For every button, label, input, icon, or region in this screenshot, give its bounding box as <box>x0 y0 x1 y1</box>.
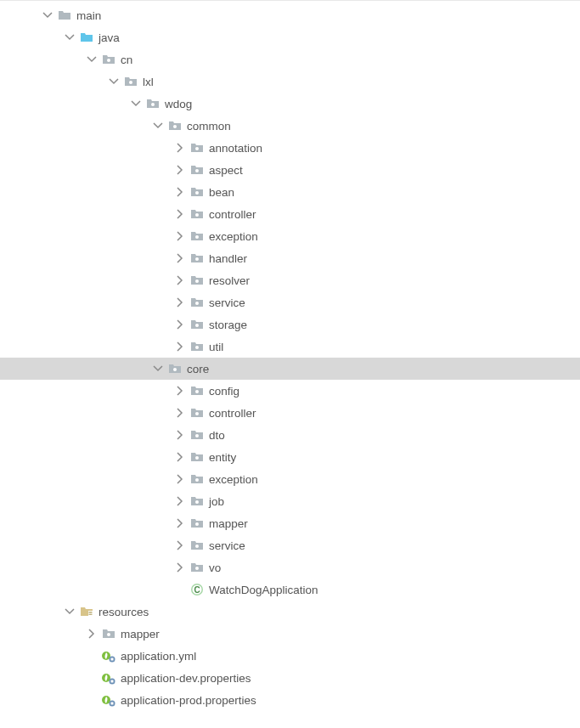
tree-label: config <box>209 385 239 398</box>
chevron-right-icon[interactable] <box>175 562 185 573</box>
chevron-down-icon[interactable] <box>87 54 97 65</box>
tree-item-application-yml[interactable]: application.yml <box>0 645 580 667</box>
tree-item-application-dev[interactable]: application-dev.properties <box>0 667 580 689</box>
chevron-right-icon[interactable] <box>175 209 185 219</box>
chevron-right-icon[interactable] <box>175 474 185 484</box>
package-icon <box>168 362 182 375</box>
tree-item-handler[interactable]: handler <box>0 247 580 269</box>
package-icon <box>190 450 204 464</box>
tree-label: service <box>209 539 245 552</box>
tree-item-wdog[interactable]: wdog <box>0 93 580 115</box>
project-tree: main java cn lxl wdog common annotation <box>0 0 580 711</box>
resources-folder-icon <box>80 605 93 618</box>
chevron-down-icon[interactable] <box>109 76 119 87</box>
tree-label: controller <box>209 407 256 420</box>
package-icon <box>190 163 204 177</box>
chevron-right-icon[interactable] <box>175 187 185 197</box>
chevron-right-icon[interactable] <box>175 452 185 462</box>
package-icon <box>168 119 182 133</box>
chevron-right-icon[interactable] <box>175 386 185 396</box>
spring-config-icon <box>102 671 115 685</box>
chevron-right-icon[interactable] <box>175 341 185 352</box>
tree-label: annotation <box>209 142 262 155</box>
folder-icon <box>58 8 71 22</box>
tree-label: storage <box>209 319 247 331</box>
tree-item-main[interactable]: main <box>0 4 580 26</box>
tree-label: lxl <box>143 76 154 88</box>
tree-item-bean[interactable]: bean <box>0 181 580 203</box>
tree-item-lxl[interactable]: lxl <box>0 71 580 93</box>
tree-label: common <box>187 120 231 133</box>
chevron-down-icon[interactable] <box>42 10 53 20</box>
tree-item-mapper-core[interactable]: mapper <box>0 512 580 534</box>
tree-item-core[interactable]: core <box>0 358 580 380</box>
package-icon <box>190 539 204 552</box>
tree-item-resolver[interactable]: resolver <box>0 269 580 291</box>
package-icon <box>190 274 204 287</box>
package-icon <box>190 406 204 420</box>
package-icon <box>102 53 115 66</box>
tree-item-job[interactable]: job <box>0 490 580 512</box>
tree-item-storage[interactable]: storage <box>0 313 580 336</box>
tree-item-cn[interactable]: cn <box>0 48 580 71</box>
package-icon <box>190 141 204 155</box>
chevron-down-icon[interactable] <box>153 121 163 131</box>
tree-item-dto[interactable]: dto <box>0 424 580 446</box>
chevron-right-icon[interactable] <box>175 496 185 506</box>
tree-label: exception <box>209 473 258 486</box>
tree-item-java[interactable]: java <box>0 26 580 48</box>
tree-item-entity[interactable]: entity <box>0 446 580 468</box>
class-icon <box>190 583 204 596</box>
tree-item-mapper-res[interactable]: mapper <box>0 623 580 645</box>
package-icon <box>190 516 204 530</box>
chevron-down-icon[interactable] <box>131 99 141 109</box>
package-icon <box>190 185 204 199</box>
chevron-right-icon[interactable] <box>175 430 185 440</box>
chevron-down-icon[interactable] <box>65 607 75 617</box>
tree-item-resources[interactable]: resources <box>0 601 580 623</box>
tree-item-exception-core[interactable]: exception <box>0 468 580 490</box>
chevron-right-icon[interactable] <box>175 143 185 153</box>
chevron-right-icon[interactable] <box>175 253 185 263</box>
chevron-right-icon[interactable] <box>175 275 185 285</box>
tree-item-common[interactable]: common <box>0 115 580 137</box>
tree-item-annotation[interactable]: annotation <box>0 137 580 159</box>
tree-label: mapper <box>121 628 160 641</box>
tree-item-application-prod[interactable]: application-prod.properties <box>0 689 580 711</box>
package-icon <box>190 340 204 353</box>
chevron-right-icon[interactable] <box>175 540 185 550</box>
tree-item-aspect[interactable]: aspect <box>0 159 580 181</box>
tree-label: service <box>209 296 245 309</box>
tree-item-util[interactable]: util <box>0 336 580 358</box>
chevron-right-icon[interactable] <box>87 629 97 639</box>
tree-item-service-core[interactable]: service <box>0 534 580 556</box>
tree-item-vo[interactable]: vo <box>0 556 580 578</box>
package-icon <box>190 207 204 221</box>
tree-label: resolver <box>209 274 250 287</box>
package-icon <box>190 229 204 243</box>
chevron-right-icon[interactable] <box>175 408 185 418</box>
chevron-right-icon[interactable] <box>175 297 185 308</box>
tree-label: java <box>99 31 120 44</box>
tree-item-controller-core[interactable]: controller <box>0 402 580 424</box>
chevron-right-icon[interactable] <box>175 231 185 241</box>
tree-item-watchdog-application[interactable]: WatchDogApplication <box>0 578 580 601</box>
chevron-right-icon[interactable] <box>175 165 185 175</box>
chevron-down-icon[interactable] <box>65 32 75 42</box>
tree-item-config[interactable]: config <box>0 380 580 402</box>
tree-label: main <box>76 9 101 22</box>
chevron-right-icon[interactable] <box>175 518 185 528</box>
tree-label: bean <box>209 186 234 199</box>
tree-label: dto <box>209 429 225 442</box>
chevron-right-icon[interactable] <box>175 319 185 330</box>
tree-label: handler <box>209 252 247 265</box>
tree-item-service-common[interactable]: service <box>0 291 580 313</box>
package-icon <box>190 494 204 508</box>
tree-label: job <box>209 495 224 508</box>
tree-item-controller-common[interactable]: controller <box>0 203 580 225</box>
chevron-down-icon[interactable] <box>153 364 163 374</box>
tree-label: cn <box>121 54 132 66</box>
tree-label: entity <box>209 451 236 464</box>
package-icon <box>146 97 160 110</box>
tree-item-exception-common[interactable]: exception <box>0 225 580 247</box>
